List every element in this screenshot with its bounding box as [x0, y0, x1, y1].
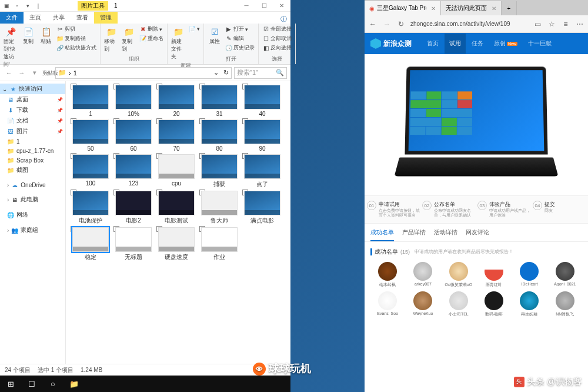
tab-share[interactable]: 共享 — [47, 12, 71, 24]
file-item[interactable]: 1 — [69, 84, 112, 117]
tab-comments[interactable]: 网友评论 — [466, 228, 489, 241]
file-item[interactable]: 100 — [69, 153, 112, 188]
recent-locations-button[interactable]: ▾ — [29, 68, 40, 78]
file-item[interactable]: 123 — [112, 153, 155, 188]
rename-button[interactable]: 📝重命名 — [138, 34, 165, 43]
file-item[interactable]: 20 — [155, 84, 198, 117]
tab-activity-detail[interactable]: 活动详情 — [434, 228, 457, 241]
nav-tasks[interactable]: 任务 — [467, 34, 488, 54]
back-button[interactable]: ← — [4, 68, 14, 78]
properties-button[interactable]: ☑属性 — [206, 25, 223, 46]
ribbon-help-icon[interactable]: ⓘ — [280, 15, 290, 24]
file-item[interactable]: 电影2 — [112, 190, 155, 225]
qat-item-icon[interactable]: ▫ — [13, 2, 21, 10]
start-button[interactable]: ⊞ — [0, 376, 21, 392]
sidebar-onedrive[interactable]: ›☁OneDrive — [0, 180, 65, 190]
file-item[interactable]: 电池保护 — [69, 190, 112, 225]
user-item[interactable]: arkey007 — [406, 262, 440, 288]
sidebar-downloads[interactable]: ⬇下载📌 — [0, 105, 65, 115]
qat-item-icon[interactable]: ▾ — [24, 2, 32, 10]
dropdown-icon[interactable]: ⌄ — [213, 69, 219, 77]
page-content[interactable]: 新浪众测 首页 试用 任务 原创New 十一巨献 — [365, 33, 588, 392]
sidebar-pictures[interactable]: 🖼图片📌 — [0, 126, 65, 137]
reading-view-icon[interactable]: ▭ — [533, 19, 542, 29]
minimize-button[interactable]: ─ — [238, 0, 255, 12]
sidebar-quick-access[interactable]: ⌄★快速访问 — [0, 84, 65, 94]
nav-original[interactable]: 原创New — [489, 34, 522, 54]
breadcrumb-path[interactable]: 📁 › 1 ⌄ ↻ — [55, 67, 232, 79]
pin-to-quick-access-button[interactable]: 📌固定到'快速访问' — [2, 25, 19, 69]
close-tab-icon[interactable]: ✕ — [492, 5, 496, 12]
file-item[interactable]: 无标题 — [112, 226, 155, 261]
select-none-button[interactable]: ☐全部取消 — [261, 34, 293, 43]
copy-to-button[interactable]: 📁复制到 — [121, 25, 137, 54]
delete-button[interactable]: ✖删除 ▾ — [138, 25, 165, 34]
path-segment[interactable]: › — [69, 69, 71, 77]
tab-file[interactable]: 文件 — [0, 12, 24, 24]
file-item[interactable]: 90 — [241, 118, 283, 152]
file-item[interactable]: 捕获 — [198, 153, 240, 188]
sidebar-folder-cpuz[interactable]: 📁cpu-z_1.77-cn — [0, 146, 65, 155]
file-item[interactable]: 80 — [198, 118, 240, 152]
search-input[interactable]: 搜索"1" 🔍 — [234, 67, 287, 79]
tab-home[interactable]: 主页 — [24, 12, 47, 24]
task-view-button[interactable]: ☐ — [21, 376, 42, 392]
file-item[interactable]: 硬盘速度 — [155, 226, 198, 261]
file-item[interactable]: 50 — [69, 118, 112, 152]
user-item[interactable]: 雨青红叶 — [477, 262, 511, 288]
address-bar[interactable]: zhongce.sina.com.cn/activity/view/109 — [410, 21, 528, 27]
browser-tab[interactable]: 无法访问此页面 ✕ — [441, 1, 502, 15]
user-item[interactable]: Oo微笑茉莉oO — [442, 262, 476, 288]
move-to-button[interactable]: 📁移动到 — [103, 25, 119, 54]
new-item-button[interactable]: 📄▾ — [188, 25, 201, 33]
cut-button[interactable]: ✂剪切 — [55, 25, 98, 34]
path-segment[interactable]: 1 — [74, 69, 77, 77]
paste-button[interactable]: 📋粘贴 — [38, 25, 54, 46]
select-all-button[interactable]: ☑全部选择 — [261, 25, 293, 34]
file-item[interactable]: 电影测试 — [155, 190, 198, 225]
file-grid[interactable]: 1 10% 20 31 40 50 60 70 80 90 100 123 cp… — [66, 81, 290, 364]
user-item[interactable]: 端木岭枫 — [370, 262, 405, 288]
forward-button[interactable]: → — [16, 68, 27, 78]
user-item[interactable]: 数码-咖啡 — [477, 291, 511, 317]
user-item[interactable]: 小士司TEL — [442, 291, 476, 317]
nav-home[interactable]: 首页 — [422, 34, 443, 54]
sidebar-folder-1[interactable]: 📁1 — [0, 137, 65, 146]
tab-manage[interactable]: 管理 — [94, 12, 118, 24]
folder-icon[interactable]: ▣ — [2, 2, 11, 10]
user-item[interactable]: Agoni_8021 — [548, 262, 582, 288]
refresh-button[interactable]: ↻ — [396, 19, 406, 29]
history-button[interactable]: 🕓历史记录 — [224, 44, 256, 52]
forward-button[interactable]: → — [382, 19, 392, 29]
user-item[interactable]: WayneKuo — [406, 291, 440, 317]
more-icon[interactable]: ⋯ — [575, 19, 584, 29]
user-item[interactable]: NN简悦飞 — [548, 291, 582, 317]
nav-trial[interactable]: 试用 — [445, 34, 466, 54]
sidebar-documents[interactable]: 📄文档📌 — [0, 115, 65, 126]
open-button[interactable]: ▶打开 ▾ — [224, 25, 256, 34]
paste-shortcut-button[interactable]: 🔗粘贴快捷方式 — [55, 44, 98, 52]
file-item[interactable]: 鲁大师 — [198, 190, 240, 225]
file-item[interactable]: 10% — [112, 84, 155, 117]
user-item[interactable]: Evans_Soo — [370, 291, 405, 317]
nav-eleven[interactable]: 十一巨献 — [523, 34, 556, 54]
close-tab-icon[interactable]: ✕ — [431, 5, 436, 12]
site-logo[interactable]: 新浪众测 — [370, 38, 412, 49]
file-item[interactable]: 60 — [112, 118, 155, 152]
user-item[interactable]: IDeHeart — [512, 262, 546, 288]
file-item[interactable]: 70 — [155, 118, 198, 152]
file-item[interactable]: 作业 — [198, 226, 240, 261]
up-button[interactable]: ↑ — [42, 68, 53, 78]
tab-product-detail[interactable]: 产品详情 — [402, 228, 426, 241]
hub-icon[interactable]: ≡ — [561, 19, 570, 29]
copy-path-button[interactable]: 📁复制路径 — [55, 34, 98, 43]
back-button[interactable]: ← — [368, 19, 377, 29]
cortana-button[interactable]: ○ — [42, 376, 64, 392]
sidebar-network[interactable]: 🌐网络 — [0, 210, 65, 220]
file-item[interactable]: ✓ 点了 — [241, 153, 283, 188]
file-explorer-taskbar-icon[interactable]: 📁 — [64, 376, 85, 392]
sidebar-folder-scrapbox[interactable]: 📁Scrap Box — [0, 155, 65, 165]
user-item[interactable]: 再生妖精 — [512, 291, 546, 317]
browser-tab-active[interactable]: ◉ 三星Galaxy Tab Pro S - ✕ — [365, 1, 441, 15]
sidebar-folder-screenshots[interactable]: 📁截图 — [0, 165, 65, 175]
